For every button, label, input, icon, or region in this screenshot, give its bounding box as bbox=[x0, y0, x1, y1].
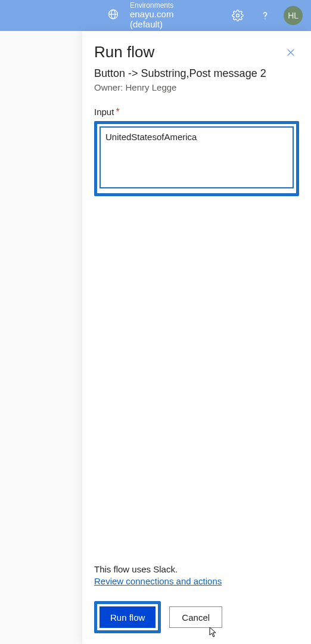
panel-title: Run flow bbox=[94, 43, 154, 61]
environment-icon[interactable] bbox=[107, 8, 119, 23]
button-row: Run flow Cancel bbox=[94, 601, 299, 633]
run-flow-panel: Run flow Button -> Substring,Post messag… bbox=[82, 31, 311, 644]
svg-point-3 bbox=[236, 14, 239, 17]
owner-prefix: Owner: bbox=[94, 82, 126, 92]
environment-name: enayu.com (default) bbox=[130, 10, 208, 29]
input-label-row: Input* bbox=[94, 107, 299, 117]
required-indicator: * bbox=[116, 107, 119, 117]
input-label: Input bbox=[94, 107, 114, 117]
svg-point-4 bbox=[265, 18, 266, 20]
panel-footer: This flow uses Slack. Review connections… bbox=[94, 564, 299, 633]
avatar[interactable]: HL bbox=[284, 6, 303, 25]
environment-selector[interactable]: Environments enayu.com (default) bbox=[130, 2, 208, 29]
app-header: Environments enayu.com (default) HL bbox=[0, 0, 311, 31]
panel-header: Run flow bbox=[94, 43, 299, 61]
close-icon[interactable] bbox=[282, 44, 299, 61]
help-icon[interactable] bbox=[257, 7, 273, 24]
run-flow-button[interactable]: Run flow bbox=[99, 606, 156, 628]
review-connections-link[interactable]: Review connections and actions bbox=[94, 576, 222, 586]
content-background bbox=[0, 31, 82, 644]
input-field[interactable] bbox=[99, 126, 294, 188]
environment-label: Environments bbox=[130, 2, 208, 10]
cancel-button[interactable]: Cancel bbox=[169, 606, 222, 628]
main-area: Run flow Button -> Substring,Post messag… bbox=[0, 31, 311, 644]
flow-uses-text: This flow uses Slack. bbox=[94, 564, 299, 574]
run-button-highlight: Run flow bbox=[94, 601, 161, 633]
flow-name: Button -> Substring,Post message 2 bbox=[94, 67, 299, 80]
input-highlight bbox=[94, 121, 299, 196]
form-area: Input* bbox=[94, 107, 299, 196]
settings-icon[interactable] bbox=[229, 7, 246, 24]
owner-line: Owner: Henry Legge bbox=[94, 82, 299, 92]
owner-name: Henry Legge bbox=[126, 82, 177, 92]
